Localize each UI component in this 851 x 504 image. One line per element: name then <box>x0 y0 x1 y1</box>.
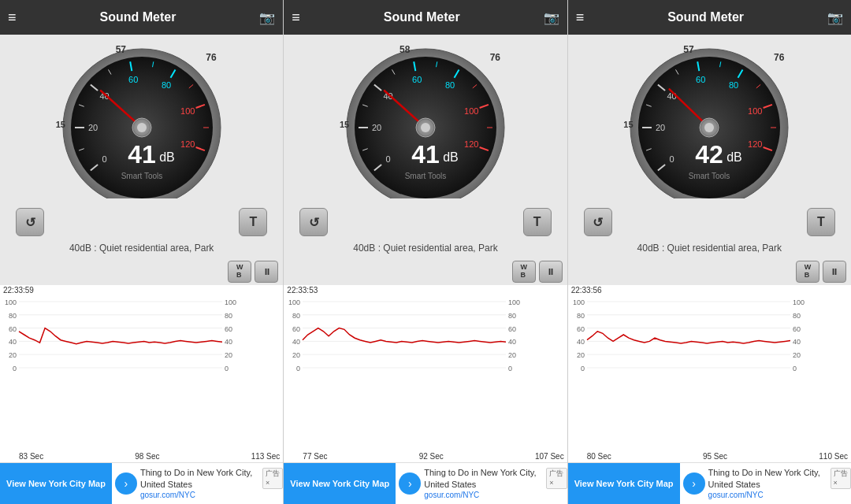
camera-icon[interactable]: 📷 <box>259 10 275 25</box>
svg-text:60: 60 <box>128 75 138 84</box>
svg-text:0: 0 <box>581 365 585 372</box>
svg-text:40: 40 <box>9 338 17 346</box>
menu-icon[interactable]: ≡ <box>576 9 585 26</box>
gauge-label-76: 76 <box>774 52 784 63</box>
ad-content: Thing to Do in New York City, United Sta… <box>424 467 567 500</box>
svg-text:0: 0 <box>793 365 797 372</box>
svg-rect-28 <box>0 295 244 382</box>
gauge-label-peak: 58 <box>399 44 410 55</box>
header-2: ≡ Sound Meter 📷 <box>284 0 567 35</box>
ad-arrow[interactable]: › <box>399 472 421 495</box>
svg-text:dB: dB <box>443 150 459 164</box>
svg-rect-122 <box>568 295 812 382</box>
ad-arrow[interactable]: › <box>115 472 137 495</box>
svg-text:60: 60 <box>225 325 232 333</box>
svg-text:0: 0 <box>225 365 229 372</box>
reset-button[interactable]: ↺ <box>16 208 44 236</box>
svg-text:40: 40 <box>292 338 300 346</box>
camera-icon[interactable]: 📷 <box>827 10 843 25</box>
svg-text:80: 80 <box>445 80 455 90</box>
header-3: ≡ Sound Meter 📷 <box>568 0 851 35</box>
menu-icon[interactable]: ≡ <box>292 9 300 26</box>
svg-text:20: 20 <box>793 351 801 359</box>
gauge-controls: ↺ T <box>0 205 283 239</box>
graph-bottom-labels: 83 Sec98 Sec113 Sec <box>0 450 283 462</box>
svg-text:100: 100 <box>508 298 520 306</box>
svg-text:40: 40 <box>793 338 801 346</box>
ad-badge[interactable]: 广告 × <box>831 468 851 489</box>
map-link[interactable]: View New York City Map <box>284 463 396 504</box>
pause-button[interactable]: ⏸ <box>823 261 846 283</box>
svg-text:41: 41 <box>128 140 156 169</box>
time-label: 110 Sec <box>819 452 848 461</box>
svg-text:Smart Tools: Smart Tools <box>689 172 730 180</box>
graph-time: 22:33:59 <box>0 285 283 295</box>
svg-text:60: 60 <box>577 325 585 333</box>
reset-button[interactable]: ↺ <box>299 208 328 236</box>
graph-bottom-labels: 77 Sec92 Sec107 Sec <box>284 450 567 462</box>
svg-text:100: 100 <box>180 106 195 116</box>
header-title: Sound Meter <box>590 10 821 24</box>
time-label: 95 Sec <box>703 452 727 461</box>
wb-button[interactable]: WB <box>796 261 819 283</box>
time-label: 77 Sec <box>303 452 327 461</box>
svg-text:60: 60 <box>292 325 300 333</box>
gauge-label-peak: 57 <box>116 44 126 55</box>
graph-area: WB ⏸ 22:33:53 002020404060608080100100 7… <box>284 258 567 462</box>
svg-point-24 <box>137 123 147 132</box>
time-label: 80 Sec <box>587 452 611 461</box>
svg-text:20: 20 <box>292 351 300 359</box>
pause-button[interactable]: ⏸ <box>255 261 278 283</box>
ad-arrow[interactable]: › <box>683 472 705 495</box>
svg-text:100: 100 <box>573 298 585 306</box>
svg-point-71 <box>421 123 430 132</box>
menu-icon[interactable]: ≡ <box>8 9 17 26</box>
svg-text:60: 60 <box>412 75 422 84</box>
wb-button[interactable]: WB <box>228 261 251 283</box>
svg-text:80: 80 <box>508 312 516 320</box>
ad-title: Thing to Do in New York City, United Sta… <box>140 467 259 490</box>
svg-text:80: 80 <box>225 312 232 320</box>
svg-text:60: 60 <box>793 325 801 333</box>
main-container: ≡ Sound Meter 📷 57 76 15 <box>0 0 851 504</box>
svg-text:120: 120 <box>464 139 478 149</box>
svg-text:80: 80 <box>162 80 171 90</box>
graph-time: 22:33:56 <box>568 285 851 295</box>
map-link[interactable]: View New York City Map <box>568 463 680 504</box>
svg-text:20: 20 <box>9 351 17 359</box>
svg-text:0: 0 <box>385 154 390 164</box>
panel-2: ≡ Sound Meter 📷 58 76 15 <box>284 0 567 504</box>
ad-url: gosur.com/NYC <box>708 490 851 500</box>
ad-title: Thing to Do in New York City, United Sta… <box>708 467 827 490</box>
ad-badge[interactable]: 广告 × <box>546 468 567 489</box>
description: 40dB : Quiet residential area, Park <box>284 239 567 258</box>
type-button[interactable]: T <box>523 208 552 236</box>
map-link[interactable]: View New York City Map <box>0 463 112 504</box>
svg-text:60: 60 <box>9 325 17 333</box>
type-button[interactable]: T <box>807 208 835 236</box>
svg-text:80: 80 <box>793 312 801 320</box>
reset-button[interactable]: ↺ <box>584 208 612 236</box>
type-button[interactable]: T <box>239 208 267 236</box>
svg-text:0: 0 <box>13 365 17 372</box>
svg-text:0: 0 <box>296 365 300 372</box>
pause-button[interactable]: ⏸ <box>539 261 563 283</box>
svg-text:120: 120 <box>180 139 195 149</box>
wb-button[interactable]: WB <box>512 261 536 283</box>
graph-controls: WB ⏸ <box>0 258 283 285</box>
svg-text:60: 60 <box>508 325 516 333</box>
time-label: 83 Sec <box>19 452 43 461</box>
ad-bar: View New York City Map › Thing to Do in … <box>0 462 283 504</box>
graph-bottom-labels: 80 Sec95 Sec110 Sec <box>568 450 851 462</box>
panel-1: ≡ Sound Meter 📷 57 76 15 <box>0 0 284 504</box>
svg-text:100: 100 <box>225 298 236 306</box>
svg-text:60: 60 <box>696 75 705 84</box>
gauge-label-15: 15 <box>56 120 65 129</box>
svg-text:40: 40 <box>577 338 585 346</box>
gauge-label-peak: 57 <box>683 44 693 55</box>
graph-controls: WB ⏸ <box>284 258 567 285</box>
camera-icon[interactable]: 📷 <box>544 10 559 25</box>
svg-text:0: 0 <box>102 154 106 164</box>
description: 40dB : Quiet residential area, Park <box>568 239 851 258</box>
ad-badge[interactable]: 广告 × <box>262 468 283 489</box>
